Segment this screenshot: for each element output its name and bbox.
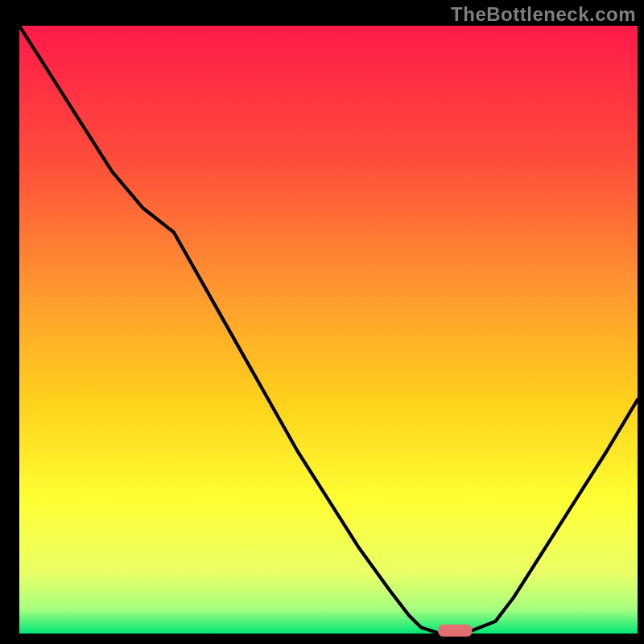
chart-svg (0, 0, 644, 644)
optimum-marker (438, 625, 472, 637)
watermark-text: TheBottleneck.com (451, 3, 636, 26)
chart-root: TheBottleneck.com (0, 0, 644, 644)
gradient-background (19, 26, 638, 634)
